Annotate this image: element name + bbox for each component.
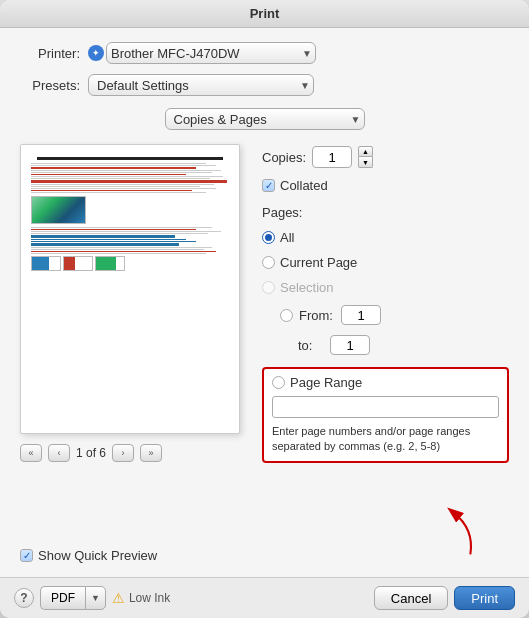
doc-bar [63,256,93,271]
doc-bar [95,256,125,271]
last-page-button[interactable]: » [140,444,162,462]
show-quick-preview-checkbox[interactable]: ✓ [20,549,33,562]
doc-line [31,253,206,254]
copies-input[interactable] [312,146,352,168]
all-radio-row: All [262,230,509,245]
collated-row: ✓ Collated [262,178,509,193]
window: Print Printer: ✦ Brother MFC-J470DW ▼ Pr… [0,0,529,618]
doc-line [31,241,196,242]
cancel-button[interactable]: Cancel [374,586,448,610]
selection-radio-row: Selection [262,280,509,295]
copies-increment-button[interactable]: ▲ [358,146,373,157]
doc-line [31,239,186,240]
presets-label: Presets: [20,78,80,93]
doc-header-line [37,157,222,160]
to-input[interactable] [330,335,370,355]
doc-line [31,235,175,238]
printer-row: Printer: ✦ Brother MFC-J470DW ▼ [20,42,509,64]
to-label: to: [298,338,324,353]
pages-label: Pages: [262,205,509,220]
doc-line [31,163,206,164]
preview-navigation: « ‹ 1 of 6 › » [20,444,250,462]
copies-pages-wrapper: Copies & Pages ▼ [165,108,365,130]
pdf-button[interactable]: PDF [40,586,85,610]
current-page-radio-row: Current Page [262,255,509,270]
page-indicator: 1 of 6 [76,446,106,460]
doc-line [31,188,216,189]
all-label: All [280,230,294,245]
options-panel: Copies: ▲ ▼ ✓ Collated Pages: [262,144,509,536]
warning-icon: ⚠ [112,590,125,606]
from-input[interactable] [341,305,381,325]
first-page-button[interactable]: « [20,444,42,462]
presets-select-wrapper: Default Settings ▼ [88,74,314,96]
print-dialog: Print Printer: ✦ Brother MFC-J470DW ▼ Pr… [0,0,529,618]
help-button[interactable]: ? [14,588,34,608]
doc-line [31,192,206,193]
doc-line [31,186,200,187]
page-range-radio-row: Page Range [272,375,499,390]
copies-row: Copies: ▲ ▼ [262,146,509,168]
from-label: From: [299,308,335,323]
page-range-label: Page Range [290,375,362,390]
from-row: From: [280,305,509,325]
printer-icon: ✦ [88,45,104,61]
preview-box [20,144,240,434]
doc-line [31,170,221,171]
print-button[interactable]: Print [454,586,515,610]
selection-label: Selection [280,280,333,295]
doc-line [31,251,216,252]
doc-line [31,176,223,177]
doc-line [31,178,210,179]
doc-line [31,180,227,183]
current-page-radio[interactable] [262,256,275,269]
doc-bar [31,256,61,271]
printer-select[interactable]: Brother MFC-J470DW [106,42,316,64]
prev-page-button[interactable]: ‹ [48,444,70,462]
copies-stepper: ▲ ▼ [358,146,373,168]
page-range-input[interactable] [272,396,499,418]
doc-line [31,233,208,234]
doc-line [31,167,196,169]
middle-area: « ‹ 1 of 6 › » Copies: ▲ [20,144,509,536]
presets-select[interactable]: Default Settings [88,74,314,96]
presets-row: Presets: Default Settings ▼ [20,74,509,96]
copies-pages-select[interactable]: Copies & Pages [165,108,365,130]
page-range-radio[interactable] [272,376,285,389]
page-range-box: Page Range Enter page numbers and/or pag… [262,367,509,463]
collated-checkbox[interactable]: ✓ [262,179,275,192]
preview-content [21,145,239,281]
copies-decrement-button[interactable]: ▼ [358,157,373,168]
current-page-label: Current Page [280,255,357,270]
content-area: Printer: ✦ Brother MFC-J470DW ▼ Presets:… [0,28,529,577]
doc-line [31,247,212,248]
selection-radio[interactable] [262,281,275,294]
copies-pages-section: Copies & Pages ▼ [20,108,509,130]
preview-panel: « ‹ 1 of 6 › » [20,144,250,536]
title-bar: Print [0,0,529,28]
printer-select-wrapper: ✦ Brother MFC-J470DW ▼ [88,42,316,64]
doc-line [31,174,186,175]
all-radio[interactable] [262,231,275,244]
doc-bottom-row [31,256,229,271]
doc-line [31,165,216,166]
doc-image [31,196,86,224]
show-quick-preview-label: Show Quick Preview [38,548,157,563]
pdf-button-group: PDF ▼ [40,586,106,610]
pdf-dropdown-button[interactable]: ▼ [85,586,106,610]
to-row: to: [298,335,509,355]
next-page-button[interactable]: › [112,444,134,462]
doc-line [31,190,192,191]
doc-line [31,172,212,173]
show-preview-row: ✓ Show Quick Preview [20,544,509,563]
doc-line [31,231,221,232]
doc-line [31,184,214,185]
from-radio[interactable] [280,309,293,322]
doc-line [31,227,212,228]
doc-line [31,229,196,230]
low-ink-label: Low Ink [129,591,170,605]
collated-label: Collated [280,178,328,193]
page-range-hint: Enter page numbers and/or page ranges se… [272,424,499,455]
window-title: Print [250,6,280,21]
low-ink-indicator: ⚠ Low Ink [112,590,170,606]
